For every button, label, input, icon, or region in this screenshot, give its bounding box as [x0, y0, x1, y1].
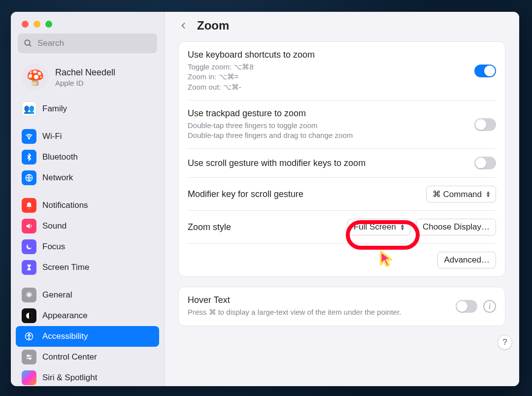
avatar: 🍄 [22, 64, 48, 91]
speaker-icon [22, 219, 36, 233]
svg-point-7 [29, 334, 30, 335]
sidebar-item-label: Siri & Spotlight [42, 373, 98, 383]
chevron-updown-icon: ▴▾ [487, 191, 490, 198]
sidebar-list: 👥 Family Wi-Fi Bluetooth Network Notific… [11, 99, 164, 386]
accessibility-icon [22, 329, 36, 344]
row-scroll-modifier: Use scroll gesture with modifier keys to… [188, 149, 496, 178]
hover-text-group: Hover Text Press ⌘ to display a large-te… [178, 287, 505, 326]
maximize-window-button[interactable] [45, 21, 52, 28]
zoom-style-select[interactable]: Full Screen ▴▾ [347, 219, 410, 235]
row-label: Zoom style [188, 222, 340, 232]
family-icon: 👥 [22, 101, 36, 116]
header: Zoom [165, 12, 519, 41]
sliders-icon [22, 350, 36, 364]
row-desc: Double-tap three fingers to toggle zoom … [188, 121, 467, 141]
keyboard-shortcuts-toggle[interactable] [474, 65, 496, 77]
close-window-button[interactable] [22, 21, 29, 28]
sidebar-item-screentime[interactable]: Screen Time [16, 257, 159, 278]
page-title: Zoom [197, 19, 229, 33]
select-value: ⌘ Command [432, 189, 482, 199]
sidebar-item-label: Screen Time [42, 263, 89, 272]
row-keyboard-shortcuts: Use keyboard shortcuts to zoom Toggle zo… [188, 42, 496, 100]
sidebar-item-label: Appearance [42, 311, 88, 321]
select-value: Full Screen [354, 222, 396, 232]
sidebar-item-siri[interactable]: Siri & Spotlight [16, 367, 159, 386]
sidebar-item-label: Accessibility [42, 331, 88, 341]
sidebar-item-label: Family [42, 104, 67, 114]
sidebar-item-label: Bluetooth [42, 152, 78, 162]
gear-icon [22, 288, 36, 302]
trackpad-gesture-toggle[interactable] [474, 118, 496, 131]
sidebar-item-appearance[interactable]: Appearance [16, 305, 159, 326]
sidebar-item-controlcenter[interactable]: Control Center [16, 347, 159, 367]
sidebar-item-accessibility[interactable]: Accessibility [16, 326, 159, 347]
sidebar-item-label: Control Center [42, 352, 97, 362]
row-label: Use scroll gesture with modifier keys to… [188, 158, 467, 168]
row-label: Hover Text [188, 295, 449, 305]
sidebar-item-label: Sound [42, 221, 66, 231]
sidebar-item-notifications[interactable]: Notifications [16, 195, 159, 216]
row-desc: Toggle zoom: ⌥⌘8 Zoom in: ⌥⌘= Zoom out: … [188, 62, 467, 92]
chevron-updown-icon: ▴▾ [401, 224, 404, 231]
sidebar-item-wifi[interactable]: Wi-Fi [16, 126, 159, 147]
row-advanced: Advanced… [188, 244, 496, 276]
sidebar-item-label: Wi-Fi [42, 132, 62, 141]
sidebar-item-apple-id[interactable]: 🍄 Rachel Needell Apple ID [11, 58, 164, 99]
wifi-icon [22, 129, 36, 144]
bluetooth-icon [22, 150, 36, 165]
sidebar: 🍄 Rachel Needell Apple ID 👥 Family Wi-Fi… [11, 12, 165, 386]
sidebar-item-label: Focus [42, 242, 65, 252]
sidebar-item-label: Notifications [42, 200, 88, 210]
main-pane: Zoom Use keyboard shortcuts to zoom Togg… [165, 12, 519, 386]
help-button[interactable]: ? [498, 335, 512, 350]
siri-icon [22, 370, 36, 385]
info-icon[interactable]: i [483, 300, 496, 313]
svg-point-11 [29, 358, 31, 359]
back-button[interactable] [177, 19, 190, 32]
sidebar-item-family[interactable]: 👥 Family [16, 99, 159, 119]
search-input[interactable] [18, 33, 157, 53]
row-modifier-key: Modifier key for scroll gesture ⌘ Comman… [188, 178, 496, 211]
row-zoom-style: Zoom style Full Screen ▴▾ Choose Display… [188, 211, 496, 244]
hourglass-icon [22, 260, 36, 275]
row-hover-text: Hover Text Press ⌘ to display a large-te… [188, 287, 496, 325]
hover-text-toggle[interactable] [456, 300, 477, 313]
row-label: Modifier key for scroll gesture [188, 189, 419, 199]
bell-icon [22, 198, 36, 213]
minimize-window-button[interactable] [33, 21, 40, 28]
profile-name: Rachel Needell [55, 67, 115, 78]
sidebar-item-label: Network [42, 173, 73, 183]
sidebar-item-label: General [42, 290, 72, 300]
zoom-settings-group: Use keyboard shortcuts to zoom Toggle zo… [178, 41, 505, 277]
sidebar-item-focus[interactable]: Focus [16, 236, 159, 257]
modifier-key-select[interactable]: ⌘ Command ▴▾ [426, 186, 496, 202]
globe-icon [22, 170, 36, 185]
sidebar-item-sound[interactable]: Sound [16, 216, 159, 236]
profile-sub: Apple ID [55, 79, 115, 87]
sidebar-item-bluetooth[interactable]: Bluetooth [16, 147, 159, 167]
row-desc: Press ⌘ to display a large-text view of … [188, 307, 449, 317]
choose-display-button[interactable]: Choose Display… [416, 219, 496, 235]
row-trackpad-gesture: Use trackpad gesture to zoom Double-tap … [188, 100, 496, 149]
sidebar-item-network[interactable]: Network [16, 167, 159, 188]
settings-window: 🍄 Rachel Needell Apple ID 👥 Family Wi-Fi… [11, 12, 519, 386]
moon-icon [22, 239, 36, 254]
contrast-icon [22, 308, 36, 323]
sidebar-item-general[interactable]: General [16, 285, 159, 305]
svg-point-9 [27, 355, 29, 357]
row-label: Use trackpad gesture to zoom [188, 108, 467, 119]
row-label: Use keyboard shortcuts to zoom [188, 50, 467, 60]
svg-point-2 [29, 138, 30, 139]
window-controls [11, 12, 164, 33]
scroll-modifier-toggle[interactable] [474, 157, 496, 169]
advanced-button[interactable]: Advanced… [437, 252, 496, 268]
